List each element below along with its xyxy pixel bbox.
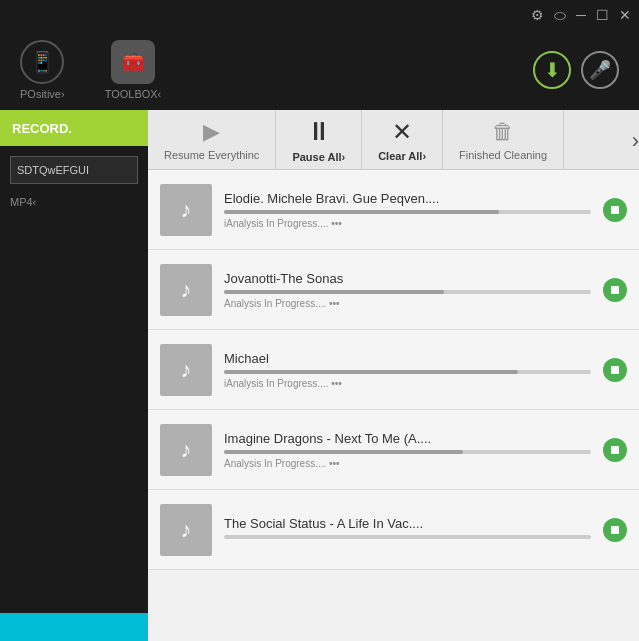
settings-icon[interactable]: ⚙ [531, 7, 544, 23]
toggle-icon[interactable]: ⬭ [554, 7, 566, 24]
toolbox-icon: 🧰 [111, 40, 155, 84]
song-list: ♪ Elodie. Michele Bravi. Gue Peqven.... … [148, 170, 639, 641]
song-title: Jovanotti-The Sonas [224, 271, 591, 286]
music-note-icon: ♪ [181, 277, 192, 303]
song-status: iAnalysis In Progress.... ••• [224, 378, 591, 389]
microphone-button[interactable]: 🎤 [581, 51, 619, 89]
stop-square-icon [611, 206, 619, 214]
stop-square-icon [611, 366, 619, 374]
song-title: Elodie. Michele Bravi. Gue Peqven.... [224, 191, 591, 206]
nav-item-toolbox[interactable]: 🧰 TOOLBOX‹ [105, 40, 162, 100]
clear-label: Clear All› [378, 150, 426, 162]
list-item: ♪ Jovanotti-The Sonas Analysis In Progre… [148, 250, 639, 330]
song-status: Analysis In Progress.... ••• [224, 298, 591, 309]
stop-square-icon [611, 526, 619, 534]
toolbar: ▶ Resume Everythinc ⏸ Pause All› ✕ Clear… [148, 110, 639, 170]
top-nav-right: ⬇ 🎤 [533, 51, 619, 89]
clear-all-button[interactable]: ✕ Clear All› [362, 110, 443, 169]
list-item: ♪ The Social Status - A Life In Vac.... [148, 490, 639, 570]
progress-bar-bg [224, 450, 591, 454]
pause-label: Pause All› [292, 151, 345, 163]
progress-bar-bg [224, 210, 591, 214]
song-title: The Social Status - A Life In Vac.... [224, 516, 591, 531]
sidebar-label-mp4: MP4‹ [10, 194, 138, 210]
song-thumbnail: ♪ [160, 184, 212, 236]
chevron-right-icon[interactable]: › [632, 128, 639, 154]
trash-icon: 🗑 [492, 119, 514, 145]
progress-bar-bg [224, 290, 591, 294]
positive-icon: 📱 [20, 40, 64, 84]
sidebar-text-box-1[interactable]: SDTQwEFGUI [10, 156, 138, 184]
song-thumbnail: ♪ [160, 504, 212, 556]
close-icon[interactable]: ✕ [619, 7, 631, 23]
main-layout: RECORD. SDTQwEFGUI MP4‹ ▶ Resume Everyth… [0, 110, 639, 641]
nav-item-positive[interactable]: 📱 POsitive› [20, 40, 65, 100]
song-info: Michael iAnalysis In Progress.... ••• [224, 351, 591, 389]
download-button[interactable]: ⬇ [533, 51, 571, 89]
progress-bar-fill [224, 210, 499, 214]
music-note-icon: ♪ [181, 197, 192, 223]
pause-icon: ⏸ [306, 116, 332, 147]
song-title: Imagine Dragons - Next To Me (A.... [224, 431, 591, 446]
song-info: Jovanotti-The Sonas Analysis In Progress… [224, 271, 591, 309]
song-title: Michael [224, 351, 591, 366]
maximize-icon[interactable]: ☐ [596, 7, 609, 23]
resume-icon: ▶ [203, 119, 220, 145]
song-stop-button[interactable] [603, 198, 627, 222]
song-stop-button[interactable] [603, 278, 627, 302]
song-info: Imagine Dragons - Next To Me (A.... Anal… [224, 431, 591, 469]
progress-bar-fill [224, 450, 463, 454]
song-status: iAnalysis In Progress.... ••• [224, 218, 591, 229]
minimize-icon[interactable]: ─ [576, 7, 586, 23]
list-item: ♪ Elodie. Michele Bravi. Gue Peqven.... … [148, 170, 639, 250]
positive-label: POsitive› [20, 88, 65, 100]
song-info: Elodie. Michele Bravi. Gue Peqven.... iA… [224, 191, 591, 229]
song-stop-button[interactable] [603, 518, 627, 542]
sidebar-content: SDTQwEFGUI MP4‹ [0, 146, 148, 613]
song-info: The Social Status - A Life In Vac.... [224, 516, 591, 543]
song-status: Analysis In Progress.... ••• [224, 458, 591, 469]
finished-label: Finished Cleaning [459, 149, 547, 161]
record-tab[interactable]: RECORD. [0, 110, 148, 146]
toolbox-label: TOOLBOX‹ [105, 88, 162, 100]
sidebar-cyan-bar [0, 613, 148, 641]
progress-bar-bg [224, 535, 591, 539]
stop-square-icon [611, 446, 619, 454]
progress-bar-fill [224, 370, 518, 374]
music-note-icon: ♪ [181, 357, 192, 383]
song-thumbnail: ♪ [160, 264, 212, 316]
progress-bar-fill [224, 290, 444, 294]
clear-icon: ✕ [392, 118, 412, 146]
list-item: ♪ Michael iAnalysis In Progress.... ••• [148, 330, 639, 410]
list-item: ♪ Imagine Dragons - Next To Me (A.... An… [148, 410, 639, 490]
right-content: ▶ Resume Everythinc ⏸ Pause All› ✕ Clear… [148, 110, 639, 641]
music-note-icon: ♪ [181, 517, 192, 543]
pause-all-button[interactable]: ⏸ Pause All› [276, 110, 362, 169]
progress-bar-bg [224, 370, 591, 374]
stop-square-icon [611, 286, 619, 294]
top-nav: 📱 POsitive› 🧰 TOOLBOX‹ ⬇ 🎤 [0, 30, 639, 110]
song-stop-button[interactable] [603, 438, 627, 462]
title-bar: ⚙ ⬭ ─ ☐ ✕ [0, 0, 639, 30]
song-thumbnail: ♪ [160, 424, 212, 476]
song-stop-button[interactable] [603, 358, 627, 382]
music-note-icon: ♪ [181, 437, 192, 463]
sidebar: RECORD. SDTQwEFGUI MP4‹ [0, 110, 148, 641]
resume-button[interactable]: ▶ Resume Everythinc [148, 110, 276, 169]
song-thumbnail: ♪ [160, 344, 212, 396]
resume-label: Resume Everythinc [164, 149, 259, 161]
finished-cleaning-button[interactable]: 🗑 Finished Cleaning [443, 110, 564, 169]
